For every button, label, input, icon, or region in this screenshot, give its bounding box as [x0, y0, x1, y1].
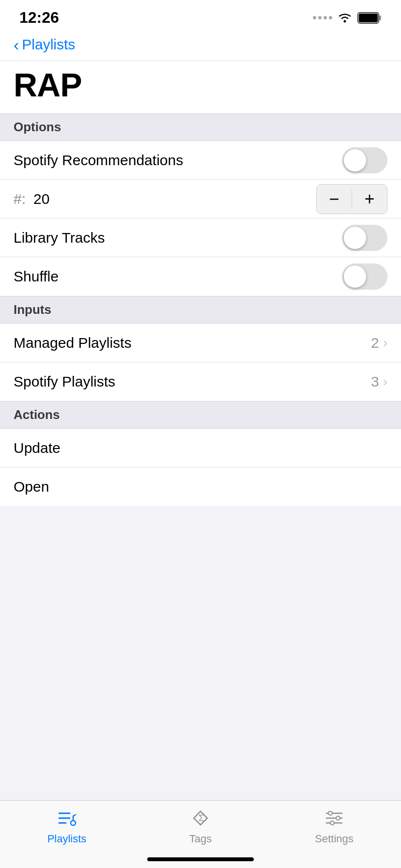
library-tracks-row: Library Tracks [0, 218, 401, 257]
hash-value: 20 [33, 191, 49, 207]
svg-point-7 [71, 821, 76, 825]
managed-playlists-row[interactable]: Managed Playlists 2 › [0, 324, 401, 362]
section-header-options: Options [0, 113, 401, 141]
tab-playlists[interactable]: Playlists [18, 808, 115, 845]
spotify-recommendations-label: Spotify Recommendations [14, 152, 183, 169]
open-row[interactable]: Open [0, 467, 401, 506]
update-label: Update [14, 440, 61, 456]
tab-tags-label: Tags [189, 833, 212, 845]
options-list: Spotify Recommendations #: 20 − + Librar… [0, 141, 401, 296]
shuffle-row: Shuffle [0, 257, 401, 296]
managed-playlists-count: 2 [371, 335, 379, 351]
spotify-playlists-chevron-icon: › [383, 374, 387, 389]
hash-symbol: #: [14, 191, 26, 207]
inputs-list: Managed Playlists 2 › Spotify Playlists … [0, 324, 401, 401]
actions-list: Update Open [0, 429, 401, 506]
status-time: 12:26 [19, 9, 59, 27]
tab-settings-label: Settings [315, 833, 354, 845]
library-tracks-toggle[interactable] [342, 225, 387, 251]
tab-settings[interactable]: Settings [286, 808, 383, 845]
svg-rect-2 [359, 14, 378, 22]
svg-point-15 [336, 816, 340, 820]
back-label: Playlists [22, 36, 75, 53]
spotify-recommendations-row: Spotify Recommendations [0, 141, 401, 180]
status-bar: 12:26 [0, 0, 401, 31]
page-title-container: RAP [0, 61, 401, 113]
svg-point-16 [330, 821, 334, 825]
spotify-playlists-row[interactable]: Spotify Playlists 3 › [0, 362, 401, 401]
svg-line-9 [73, 815, 76, 816]
settings-tab-icon [324, 808, 344, 830]
back-chevron-icon: ‹ [14, 36, 19, 53]
tab-playlists-label: Playlists [47, 833, 87, 845]
svg-point-14 [328, 811, 332, 815]
section-header-inputs: Inputs [0, 296, 401, 324]
nav-bar: ‹ Playlists [0, 31, 401, 61]
home-indicator [147, 857, 254, 861]
toggle-knob [344, 227, 366, 249]
number-stepper: − + [316, 184, 387, 214]
tags-tab-icon: Σ [191, 808, 210, 830]
battery-icon [357, 12, 382, 24]
section-header-actions: Actions [0, 401, 401, 429]
managed-playlists-chevron-icon: › [383, 335, 387, 351]
page-title: RAP [14, 66, 387, 104]
back-button[interactable]: ‹ Playlists [14, 36, 387, 53]
stepper-decrement-button[interactable]: − [317, 185, 352, 214]
shuffle-toggle[interactable] [342, 264, 387, 290]
number-label: #: 20 [14, 191, 49, 207]
spotify-playlists-label: Spotify Playlists [14, 373, 115, 390]
spotify-playlists-count: 3 [371, 373, 379, 390]
svg-point-0 [344, 20, 346, 22]
stepper-increment-button[interactable]: + [352, 185, 387, 214]
signal-icon [313, 16, 332, 19]
managed-playlists-label: Managed Playlists [14, 335, 131, 351]
open-label: Open [14, 479, 49, 495]
svg-text:Σ: Σ [199, 813, 204, 823]
toggle-knob [344, 149, 366, 171]
managed-playlists-right: 2 › [371, 335, 387, 351]
wifi-icon [337, 12, 353, 24]
tab-tags[interactable]: Σ Tags [152, 808, 249, 845]
update-row[interactable]: Update [0, 429, 401, 467]
svg-rect-3 [379, 16, 381, 20]
number-row: #: 20 − + [0, 180, 401, 218]
spotify-playlists-right: 3 › [371, 373, 387, 390]
spotify-recommendations-toggle[interactable] [342, 147, 387, 173]
library-tracks-label: Library Tracks [14, 230, 105, 246]
status-icons [313, 12, 382, 24]
toggle-knob [344, 265, 366, 288]
shuffle-label: Shuffle [14, 268, 59, 285]
playlists-tab-icon [57, 808, 77, 830]
